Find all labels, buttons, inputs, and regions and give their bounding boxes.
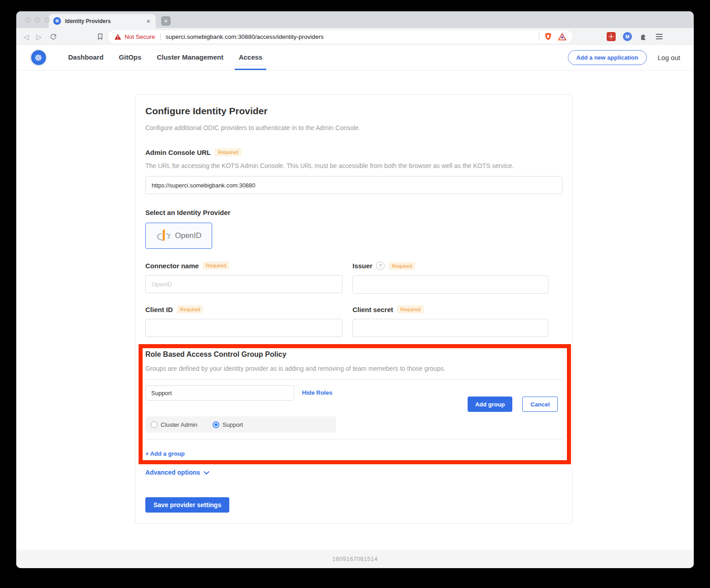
nav-item-access[interactable]: Access <box>235 45 267 70</box>
issuer-input[interactable] <box>353 275 548 294</box>
divider <box>145 379 562 380</box>
log-out-link[interactable]: Log out <box>658 54 680 61</box>
client-secret-input[interactable] <box>353 319 548 337</box>
traffic-light-zoom-button[interactable] <box>44 17 50 23</box>
add-new-application-button[interactable]: Add a new application <box>568 50 647 65</box>
page-subtitle: Configure additional ODIC providers to a… <box>145 124 562 132</box>
advanced-options-link[interactable]: Advanced options <box>145 469 200 476</box>
client-id-input[interactable] <box>145 319 343 337</box>
extension-icon-m[interactable]: M <box>623 32 632 41</box>
required-badge: Required <box>203 261 229 270</box>
issuer-field: Issuer ? Required <box>353 261 548 294</box>
reload-icon[interactable] <box>50 33 57 40</box>
client-secret-field: Client secret Required <box>353 305 548 337</box>
group-name-input[interactable] <box>145 385 294 401</box>
traffic-light-minimize-button[interactable] <box>35 17 40 23</box>
add-group-button[interactable]: Add group <box>468 397 513 412</box>
admin-console-url-label: Admin Console URL <box>145 149 211 156</box>
cancel-button[interactable]: Cancel <box>522 397 558 412</box>
required-badge: Required <box>177 305 204 313</box>
forward-icon[interactable]: ▷ <box>37 33 42 40</box>
client-id-field: Client ID Required <box>145 305 343 337</box>
save-provider-settings-button[interactable]: Save provider settings <box>145 497 229 513</box>
app-nav: Dashboard GitOps Cluster Management Acce… <box>64 45 266 70</box>
not-secure-warning-icon <box>114 33 121 40</box>
new-tab-button[interactable]: + <box>161 16 171 26</box>
kubernetes-logo-icon: ☸ <box>30 49 47 66</box>
footer-timestamp: 1609167061514 <box>332 555 378 562</box>
page-content: Configure Identity Provider Configure ad… <box>16 70 694 550</box>
browser-tab[interactable]: ☸ Identity Providers × <box>49 14 156 28</box>
page-title: Configure Identity Provider <box>145 106 562 117</box>
connector-name-label: Connector name <box>145 262 199 270</box>
required-badge: Required <box>397 305 424 313</box>
kubernetes-favicon-icon: ☸ <box>53 17 61 25</box>
back-icon[interactable]: ◁ <box>23 33 29 40</box>
page-footer: 1609167061514 <box>16 550 694 568</box>
role-option-cluster-admin[interactable]: Cluster Admin <box>151 421 197 428</box>
extensions-puzzle-icon[interactable] <box>639 33 647 41</box>
bat-rewards-icon[interactable] <box>558 33 566 41</box>
role-option-support[interactable]: Support <box>213 421 243 428</box>
browser-menu-icon[interactable] <box>656 34 663 39</box>
issuer-label: Issuer <box>353 262 372 270</box>
url-separator-right <box>539 33 539 40</box>
rbac-description: Groups are defined by your identity prov… <box>145 365 562 372</box>
add-a-group-link[interactable]: + Add a group <box>145 450 185 457</box>
required-badge: Required <box>389 262 415 270</box>
window-controls <box>25 17 50 23</box>
openid-provider-tile[interactable]: OpenID <box>145 223 212 249</box>
nav-item-cluster-management[interactable]: Cluster Management <box>153 45 227 70</box>
admin-console-url-input[interactable] <box>145 176 562 194</box>
nav-item-dashboard[interactable]: Dashboard <box>64 45 107 70</box>
radio-checked-icon[interactable] <box>213 421 219 428</box>
openid-logo-icon <box>156 228 172 243</box>
url-bar[interactable]: Not Secure superci.somebigbank.com:30880… <box>108 30 572 43</box>
openid-provider-label: OpenID <box>175 231 202 240</box>
close-tab-icon[interactable]: × <box>145 17 151 25</box>
app-header: ☸ Dashboard GitOps Cluster Management Ac… <box>16 45 694 70</box>
chevron-down-icon[interactable] <box>204 468 209 476</box>
role-label: Support <box>223 421 243 428</box>
nav-item-gitops[interactable]: GitOps <box>115 45 145 70</box>
client-id-label: Client ID <box>145 306 173 313</box>
bookmark-icon[interactable] <box>97 33 104 40</box>
select-provider-label: Select an Identity Provider <box>145 209 562 216</box>
brave-shield-icon[interactable] <box>544 33 552 41</box>
required-badge: Required <box>215 148 241 156</box>
tab-title: Identity Providers <box>65 18 145 24</box>
not-secure-label: Not Secure <box>125 33 155 40</box>
rbac-section: Role Based Access Control Group Policy G… <box>145 350 562 457</box>
radio-unchecked-icon[interactable] <box>151 421 158 428</box>
traffic-light-close-button[interactable] <box>25 17 31 23</box>
tab-strip: ☸ Identity Providers × + <box>16 11 694 28</box>
divider <box>145 439 562 439</box>
browser-window: ☸ Identity Providers × + ◁ ▷ Not Secure … <box>16 11 694 568</box>
extension-icon-red[interactable] <box>607 32 616 41</box>
roles-radio-panel: Cluster Admin Support <box>145 416 336 433</box>
url-text: superci.somebigbank.com:30880/access/ide… <box>166 33 324 40</box>
admin-console-url-help: The URL for accessing the KOTS Admin Con… <box>145 162 562 170</box>
client-secret-label: Client secret <box>353 306 393 313</box>
url-separator <box>160 33 161 40</box>
browser-toolbar: ◁ ▷ Not Secure superci.somebigbank.com:3… <box>16 28 694 45</box>
identity-provider-card: Configure Identity Provider Configure ad… <box>135 94 573 524</box>
hide-roles-link[interactable]: Hide Roles <box>302 389 332 396</box>
connector-name-input[interactable] <box>145 275 343 293</box>
rbac-title: Role Based Access Control Group Policy <box>145 350 562 359</box>
role-label: Cluster Admin <box>161 421 197 428</box>
issuer-help-icon[interactable]: ? <box>376 261 385 270</box>
connector-name-field: Connector name Required <box>145 261 343 294</box>
